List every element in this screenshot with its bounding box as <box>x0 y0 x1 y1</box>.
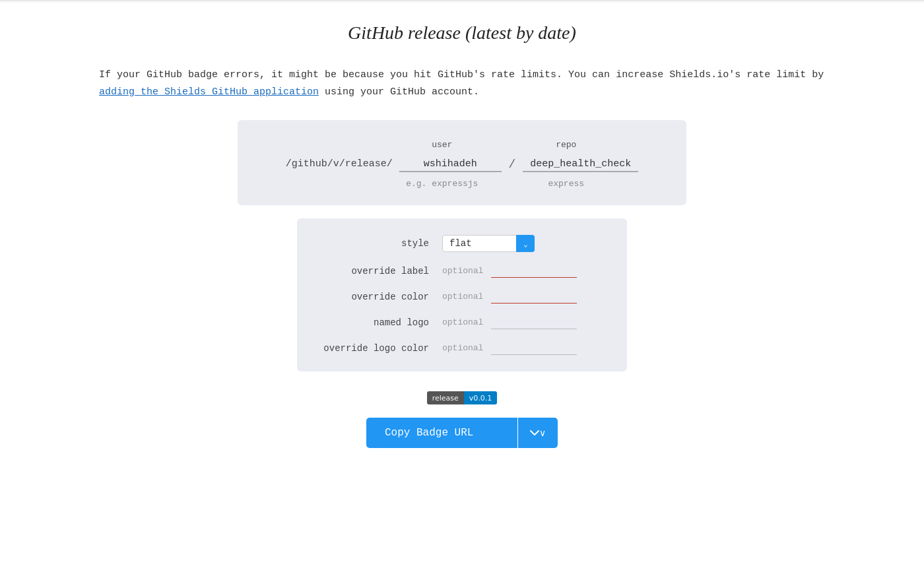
user-hint: e.g. expressjs <box>390 179 494 189</box>
info-text-after-link: using your GitHub account. <box>319 86 479 98</box>
copy-btn-wrapper: Copy Badge URL <box>26 418 898 448</box>
override-logo-color-input[interactable] <box>491 341 577 355</box>
chevron-down-icon <box>530 430 539 436</box>
copy-btn-dropdown-arrow[interactable] <box>518 418 558 448</box>
repo-input[interactable] <box>523 157 638 172</box>
override-logo-color-label: override logo color <box>323 343 429 354</box>
copy-badge-url-button[interactable]: Copy Badge URL <box>366 418 558 448</box>
override-color-input[interactable] <box>491 290 577 304</box>
user-field-label: user <box>390 140 494 150</box>
override-color-placeholder: optional <box>442 292 483 302</box>
style-label: style <box>323 238 429 249</box>
override-label-placeholder: optional <box>442 266 483 276</box>
url-slash: / <box>502 154 523 175</box>
named-logo-placeholder: optional <box>442 317 483 327</box>
page-wrapper: GitHub release (latest by date) If your … <box>0 3 924 501</box>
badge-preview: release v0.0.1 <box>26 391 898 404</box>
repo-hint: express <box>508 179 625 189</box>
url-form-section: user repo /github/v/release/ / e.g. expr… <box>238 120 686 205</box>
badge-image: release v0.0.1 <box>427 391 498 404</box>
named-logo-row: named logo optional <box>323 315 601 329</box>
user-input[interactable] <box>399 157 502 172</box>
override-logo-color-row: override logo color optional <box>323 341 601 355</box>
shields-github-link[interactable]: adding the Shields GitHub application <box>99 86 319 98</box>
named-logo-label: named logo <box>323 317 429 328</box>
badge-right-text: v0.0.1 <box>464 391 498 404</box>
override-logo-color-placeholder: optional <box>442 343 483 353</box>
info-text: If your GitHub badge errors, it might be… <box>99 67 825 100</box>
badge-left-text: release <box>427 391 464 404</box>
named-logo-input[interactable] <box>491 315 577 329</box>
url-path-prefix: /github/v/release/ <box>286 154 393 175</box>
override-label-row: override label optional <box>323 264 601 278</box>
copy-badge-url-label: Copy Badge URL <box>366 418 517 448</box>
repo-field-label: repo <box>508 140 625 150</box>
override-label-label: override label <box>323 266 429 276</box>
page-title: GitHub release (latest by date) <box>26 22 898 44</box>
style-select-wrapper: flat flat-square plastic for-the-badge s… <box>442 235 535 252</box>
options-section: style flat flat-square plastic for-the-b… <box>297 218 627 371</box>
override-color-row: override color optional <box>323 290 601 304</box>
info-text-before-link: If your GitHub badge errors, it might be… <box>99 69 824 80</box>
style-option-row: style flat flat-square plastic for-the-b… <box>323 235 601 252</box>
override-label-input[interactable] <box>491 264 577 278</box>
style-select[interactable]: flat flat-square plastic for-the-badge s… <box>442 235 535 252</box>
override-color-label: override color <box>323 292 429 302</box>
